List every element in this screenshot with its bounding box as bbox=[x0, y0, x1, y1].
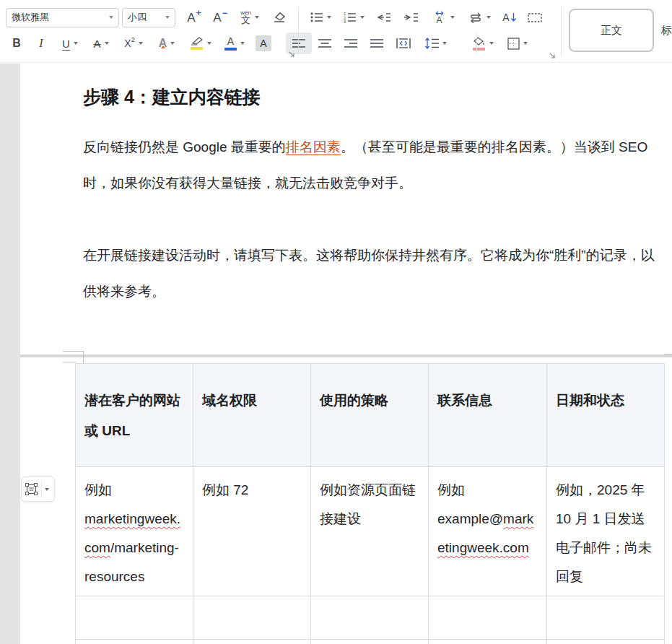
chevron-down-icon bbox=[139, 42, 143, 45]
style-item-body[interactable]: 正文 bbox=[569, 9, 654, 52]
chevron-down-icon bbox=[523, 42, 528, 45]
font-color-icon: A bbox=[224, 36, 237, 51]
empty-cell[interactable] bbox=[547, 596, 665, 640]
font-size-value: 小四 bbox=[128, 11, 165, 24]
text-boundary-mark bbox=[63, 362, 76, 362]
svg-text:3: 3 bbox=[344, 19, 346, 23]
pinyin-guide-button[interactable]: wén 文 bbox=[233, 6, 266, 28]
dialog-launcher-icon[interactable] bbox=[549, 52, 556, 59]
empty-cell[interactable] bbox=[193, 596, 311, 640]
table-select-control[interactable] bbox=[21, 477, 55, 502]
empty-cell[interactable] bbox=[429, 596, 547, 640]
superscript-button[interactable]: X 2 bbox=[117, 32, 150, 54]
link-building-table: 潜在客户的网站或 URL 域名权限 使用的策略 联系信息 日期和状态 例如 ma… bbox=[75, 363, 665, 644]
character-shading-button[interactable]: A bbox=[251, 32, 276, 54]
font-size-select[interactable]: 小四 bbox=[122, 8, 175, 27]
align-center-button[interactable] bbox=[312, 32, 338, 54]
chevron-down-icon bbox=[442, 42, 447, 45]
page-break-line bbox=[20, 354, 672, 357]
empty-cell[interactable] bbox=[311, 596, 429, 640]
empty-cell[interactable] bbox=[76, 640, 193, 644]
increase-indent-button[interactable] bbox=[398, 6, 425, 28]
empty-cell[interactable] bbox=[76, 596, 193, 640]
paragraph-instructions[interactable]: 在开展链接建设活动时，请填写下表。这将帮助你保持井然有序。它将成为你“胜利”的记… bbox=[83, 238, 661, 310]
decrease-indent-button[interactable] bbox=[370, 6, 398, 28]
text-run: 例如 example@ bbox=[437, 482, 503, 526]
numbered-list-icon: 1 2 3 bbox=[344, 12, 357, 23]
sort-button[interactable]: A bbox=[497, 6, 522, 28]
line-spacing-icon bbox=[424, 38, 439, 49]
word-processor-window: 微软雅黑 小四 A+ A− wén 文 bbox=[0, 0, 672, 644]
distribute-button[interactable] bbox=[390, 32, 417, 54]
justify-button[interactable] bbox=[364, 32, 390, 54]
bullet-list-icon bbox=[310, 12, 323, 23]
chevron-down-icon bbox=[360, 16, 365, 19]
strikethrough-button[interactable]: A bbox=[85, 32, 117, 54]
font-color-button[interactable]: A bbox=[218, 32, 251, 54]
chevron-down-icon bbox=[74, 42, 78, 45]
header-cell-authority[interactable]: 域名权限 bbox=[193, 364, 311, 467]
borders-button[interactable] bbox=[501, 32, 534, 54]
numbered-list-button[interactable]: 1 2 3 bbox=[337, 6, 370, 28]
align-right-button[interactable] bbox=[338, 32, 364, 54]
increase-font-button[interactable]: A+ bbox=[181, 6, 207, 28]
formatting-marks-button[interactable] bbox=[522, 6, 548, 28]
toolbar-separator bbox=[476, 33, 477, 53]
underline-button[interactable]: U bbox=[55, 32, 85, 54]
header-cell-date[interactable]: 日期和状态 bbox=[547, 364, 665, 467]
font-name-value: 微软雅黑 bbox=[12, 11, 109, 24]
bold-button[interactable]: B bbox=[6, 32, 27, 54]
italic-button[interactable]: I bbox=[30, 32, 52, 54]
text-effects-button[interactable]: A bbox=[150, 32, 183, 54]
cell-example-contact[interactable]: 例如 example@marketingweek.com bbox=[429, 467, 547, 596]
distribute-icon bbox=[396, 38, 411, 49]
align-left-icon bbox=[292, 38, 305, 48]
cell-example-website[interactable]: 例如 marketingweek.com/marketing-resources bbox=[76, 467, 193, 596]
chevron-down-icon bbox=[109, 16, 113, 19]
cell-example-tactic[interactable]: 例如资源页面链接建设 bbox=[311, 467, 429, 596]
style-item-heading1[interactable]: 标题 1 bbox=[661, 9, 672, 52]
toolbar-separator bbox=[298, 6, 299, 56]
line-spacing-button[interactable] bbox=[417, 32, 453, 54]
highlight-button[interactable] bbox=[183, 32, 218, 54]
empty-cell[interactable] bbox=[193, 640, 311, 644]
character-scale-icon: A bbox=[432, 11, 447, 25]
chevron-down-icon bbox=[165, 16, 170, 19]
empty-cell[interactable] bbox=[311, 640, 429, 644]
highlighter-icon bbox=[191, 37, 204, 50]
dashed-box-icon bbox=[528, 13, 542, 22]
character-shading-icon: A bbox=[256, 35, 271, 51]
inline-link[interactable]: 排名因素 bbox=[286, 139, 341, 155]
chevron-down-icon bbox=[105, 42, 109, 45]
header-cell-website[interactable]: 潜在客户的网站或 URL bbox=[76, 364, 193, 467]
header-cell-contact[interactable]: 联系信息 bbox=[429, 364, 547, 467]
font-name-select[interactable]: 微软雅黑 bbox=[6, 8, 119, 27]
header-cell-tactic[interactable]: 使用的策略 bbox=[311, 364, 429, 467]
bullet-list-button[interactable] bbox=[304, 6, 337, 28]
text-boundary-mark bbox=[664, 354, 672, 354]
decrease-font-button[interactable]: A− bbox=[207, 6, 233, 28]
character-scale-button[interactable]: A bbox=[425, 6, 461, 28]
table-handle-icon bbox=[25, 483, 38, 495]
chevron-down-icon bbox=[450, 16, 455, 19]
paragraph-backlinks[interactable]: 反向链接仍然是 Google 最重要的排名因素。（甚至可能是最重要的排名因素。）… bbox=[83, 129, 661, 201]
text-boundary-mark bbox=[83, 351, 84, 363]
chevron-down-icon bbox=[45, 488, 49, 491]
chevron-down-icon bbox=[170, 42, 175, 45]
paint-bucket-icon bbox=[473, 37, 486, 51]
document-heading[interactable]: 步骤 4：建立内容链接 bbox=[83, 85, 660, 109]
shading-button[interactable] bbox=[465, 32, 501, 54]
cell-example-date[interactable]: 例如，2025 年 10 月 1 日发送电子邮件；尚未回复 bbox=[547, 467, 665, 596]
text-boundary-mark bbox=[63, 351, 83, 352]
divider bbox=[41, 482, 42, 497]
cell-example-authority[interactable]: 例如 72 bbox=[193, 467, 311, 596]
empty-cell[interactable] bbox=[429, 640, 547, 644]
toolbar-separator bbox=[561, 6, 562, 56]
chevron-down-icon bbox=[207, 42, 211, 45]
text-wrap-button[interactable] bbox=[461, 6, 497, 28]
formatting-toolbar: 微软雅黑 小四 A+ A− wén 文 bbox=[0, 0, 672, 63]
chevron-down-icon bbox=[255, 16, 259, 19]
empty-cell[interactable] bbox=[547, 640, 665, 644]
clear-format-button[interactable] bbox=[266, 6, 292, 28]
dialog-launcher-icon[interactable] bbox=[288, 51, 295, 58]
